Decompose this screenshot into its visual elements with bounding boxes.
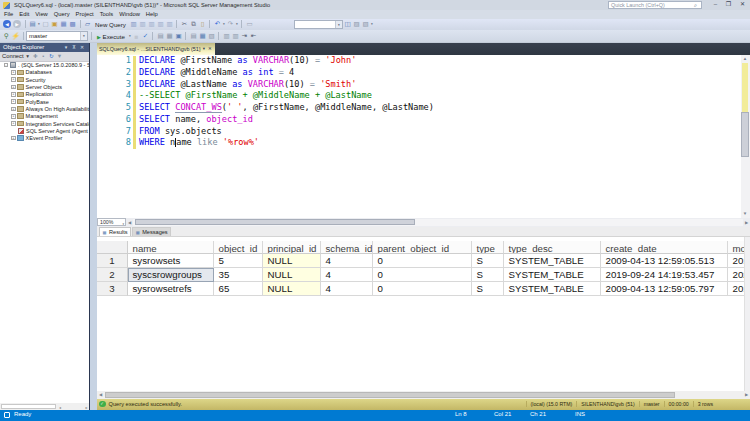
- menu-view[interactable]: View: [32, 10, 50, 19]
- cell-type_desc[interactable]: SYSTEM_TABLE: [504, 254, 601, 268]
- indent-icon[interactable]: ⇥: [240, 32, 249, 41]
- editor-vertical-scrollbar[interactable]: ▲ ▼: [741, 55, 750, 218]
- new-query-icon[interactable]: ▱: [83, 20, 92, 29]
- window-icon[interactable]: ◫: [343, 20, 352, 29]
- outdent-icon[interactable]: ⇤: [249, 32, 258, 41]
- editor-hscroll-thumb[interactable]: [135, 219, 415, 225]
- minimize-button[interactable]: –: [709, 0, 722, 9]
- oe-pin-icon[interactable]: ⊼: [70, 43, 78, 52]
- expand-icon[interactable]: +: [11, 99, 16, 104]
- forward-icon[interactable]: ▶: [13, 20, 21, 28]
- grid-scroll-left-icon[interactable]: ◀: [97, 392, 104, 397]
- save-all-icon[interactable]: ▩: [68, 20, 77, 29]
- expand-icon[interactable]: +: [11, 136, 16, 141]
- cell-type[interactable]: S: [472, 268, 504, 282]
- dropdown-arrow-icon[interactable]: ▾: [370, 22, 374, 26]
- collapse-icon[interactable]: -: [4, 63, 9, 68]
- find-icon[interactable]: ▭: [245, 20, 254, 29]
- scroll-down-icon[interactable]: ▼: [741, 210, 750, 218]
- dmx-query-icon[interactable]: ▥: [156, 20, 165, 29]
- cell-parent_object_id[interactable]: 0: [373, 254, 472, 268]
- mdx-query-icon[interactable]: ▥: [147, 20, 156, 29]
- tab-close-icon[interactable]: ✕: [207, 46, 213, 51]
- tree-item[interactable]: +Server Objects: [0, 83, 89, 90]
- cell-create_date[interactable]: 2009-04-13 12:59:05.797: [601, 282, 728, 296]
- tab-messages[interactable]: ▦Messages: [132, 227, 171, 236]
- cancel-query-icon[interactable]: ■: [132, 32, 141, 41]
- tree-item[interactable]: +Management: [0, 113, 89, 120]
- feedback-icon[interactable]: [4, 412, 10, 418]
- change-connection-icon[interactable]: ⚡: [11, 32, 20, 41]
- sql-editor[interactable]: 12345678 DECLARE @FirstName as VARCHAR(1…: [97, 55, 750, 218]
- expand-icon[interactable]: +: [11, 121, 16, 126]
- save-icon[interactable]: ▦: [59, 20, 68, 29]
- cell-principal_id[interactable]: NULL: [263, 282, 321, 296]
- editor-zoom-control[interactable]: 100% ▾: [97, 218, 126, 226]
- cell-principal_id[interactable]: NULL: [263, 254, 321, 268]
- column-header-object_id[interactable]: object_id: [214, 241, 263, 254]
- column-header-name[interactable]: name: [128, 241, 214, 254]
- row-header[interactable]: 1: [97, 254, 128, 268]
- cell-principal_id[interactable]: NULL: [263, 268, 321, 282]
- tree-item[interactable]: +PolyBase: [0, 98, 89, 105]
- add-item-icon[interactable]: ▢: [41, 20, 50, 29]
- cell-object_id[interactable]: 65: [214, 282, 263, 296]
- cut-icon[interactable]: ✂: [180, 20, 189, 29]
- properties-icon[interactable]: ▨: [352, 20, 361, 29]
- tree-item[interactable]: +Databases: [0, 69, 89, 76]
- close-button[interactable]: ✕: [736, 0, 749, 9]
- grid-scroll-right-icon[interactable]: ▶: [743, 392, 750, 397]
- query-options-icon[interactable]: ▦: [165, 32, 174, 41]
- connect-button[interactable]: Connect: [2, 53, 24, 59]
- new-db-engine-query-icon[interactable]: ▥: [129, 20, 138, 29]
- menu-file[interactable]: File: [1, 10, 16, 19]
- document-tab[interactable]: SQLQuery6.sql - ...SILENTHAND\gvb (51))*…: [97, 43, 215, 55]
- back-icon[interactable]: ◀: [3, 20, 11, 28]
- parse-icon[interactable]: ✓: [141, 32, 150, 41]
- menu-help[interactable]: Help: [143, 10, 161, 19]
- cell-object_id[interactable]: 5: [214, 254, 263, 268]
- tools-icon[interactable]: ▧: [361, 20, 370, 29]
- find-combo[interactable]: ▾: [294, 20, 343, 30]
- copy-icon[interactable]: ⧉: [189, 20, 198, 29]
- expand-icon[interactable]: +: [11, 70, 16, 75]
- scroll-right-icon[interactable]: ▶: [743, 220, 750, 225]
- cell-parent_object_id[interactable]: 0: [373, 282, 472, 296]
- database-combo[interactable]: master▾: [26, 31, 88, 41]
- column-header-schema_id[interactable]: schema_id: [321, 241, 373, 254]
- results-grid-icon[interactable]: ▦: [198, 32, 207, 41]
- results-file-icon[interactable]: ▧: [207, 32, 216, 41]
- title-bar[interactable]: SQLQuery6.sql - (local).master (SILENTHA…: [0, 0, 750, 10]
- menu-edit[interactable]: Edit: [16, 10, 32, 19]
- cell-name[interactable]: sysrowsets: [128, 254, 214, 268]
- cell-parent_object_id[interactable]: 0: [373, 268, 472, 282]
- expand-icon[interactable]: +: [11, 107, 16, 112]
- column-header-type_desc[interactable]: type_desc: [504, 241, 601, 254]
- sql-code[interactable]: DECLARE @FirstName as VARCHAR(10) = 'Joh…: [139, 55, 434, 149]
- row-header[interactable]: 3: [97, 282, 128, 296]
- new-item-icon[interactable]: ▤: [28, 20, 37, 29]
- oe-stop-icon[interactable]: ▪: [40, 52, 48, 60]
- uncomment-icon[interactable]: ▥: [231, 32, 240, 41]
- paste-icon[interactable]: ▯: [198, 20, 207, 29]
- tree-item[interactable]: +XEvent Profiler: [0, 134, 89, 141]
- cell-name[interactable]: syscsrowgroups: [128, 268, 214, 282]
- menu-tools[interactable]: Tools: [97, 10, 117, 19]
- row-header[interactable]: 2: [97, 268, 128, 282]
- tree-item[interactable]: +Replication: [0, 91, 89, 98]
- menu-query[interactable]: Query: [51, 10, 73, 19]
- scroll-up-icon[interactable]: ▲: [741, 55, 750, 63]
- execute-button[interactable]: ▶ Execute: [94, 33, 128, 40]
- oe-filter-icon[interactable]: ▼: [56, 52, 64, 60]
- oe-dropdown-icon[interactable]: ▾: [62, 43, 70, 52]
- expand-icon[interactable]: +: [11, 114, 16, 119]
- intellisense-icon[interactable]: ▣: [174, 32, 183, 41]
- xmla-query-icon[interactable]: ▥: [165, 20, 174, 29]
- expand-icon[interactable]: +: [11, 92, 16, 97]
- oe-close-icon[interactable]: ✕: [78, 43, 86, 52]
- panel-splitter[interactable]: [89, 43, 98, 410]
- quick-launch-input[interactable]: Quick Launch (Ctrl+Q): [608, 1, 702, 9]
- oe-horizontal-scrollbar[interactable]: ▸ ◂: [0, 403, 89, 410]
- connect-icon[interactable]: ⚲: [2, 32, 11, 41]
- column-header-type[interactable]: type: [472, 241, 504, 254]
